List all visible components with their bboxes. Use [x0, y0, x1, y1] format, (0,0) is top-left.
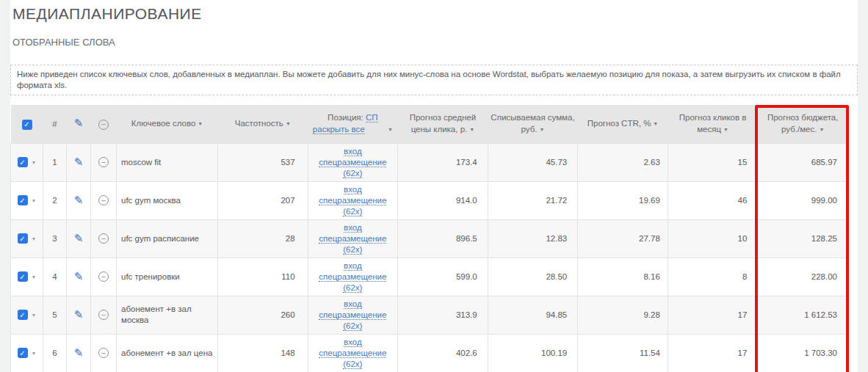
avg-click-price-value: 599.0 — [398, 258, 488, 296]
row-options-caret-icon[interactable]: ▼ — [32, 198, 37, 203]
row-checkbox[interactable]: ✓ — [18, 348, 28, 358]
charged-sum-value: 94.85 — [488, 296, 578, 334]
table-row: ✓▼ 3 ✎ − ufc gym расписание 28 вход спец… — [11, 219, 848, 258]
position-link[interactable]: вход спецразмещение (62x) — [319, 185, 386, 216]
keyword-text: абонемент +в зал цена — [121, 348, 213, 359]
position-sp-link[interactable]: СП — [366, 113, 378, 123]
position-label: Позиция: — [328, 113, 364, 122]
edit-icon[interactable]: ✎ — [74, 309, 84, 320]
sort-charged-sum-icon[interactable]: ▼ — [539, 127, 544, 132]
frequency-value: 207 — [218, 181, 308, 219]
select-all-checkbox[interactable]: ✓ — [22, 120, 32, 130]
table-header-row: ✓ # ✎ − Ключевое слово▼ Частотность▼ — [11, 105, 848, 143]
remove-icon[interactable]: − — [98, 271, 109, 282]
position-caret-icon[interactable]: ▼ — [388, 127, 393, 132]
frequency-value: 148 — [218, 334, 308, 372]
row-checkbox[interactable]: ✓ — [18, 271, 28, 282]
remove-all-icon[interactable]: − — [98, 120, 109, 130]
edit-all-icon[interactable]: ✎ — [74, 117, 84, 128]
budget-value: 228.00 — [758, 258, 848, 296]
info-box: Ниже приведен список ключевых слов, доба… — [10, 65, 858, 95]
table-row: ✓▼ 1 ✎ − moscow fit 537 вход спецразмеще… — [11, 143, 848, 181]
column-header-keyword[interactable]: Ключевое слово▼ — [117, 105, 218, 143]
sort-keyword-icon[interactable]: ▼ — [198, 121, 203, 126]
sort-ctr-icon[interactable]: ▼ — [653, 121, 658, 126]
clicks-per-month-value: 46 — [668, 181, 758, 219]
remove-icon[interactable]: − — [98, 233, 109, 244]
ctr-value: 2.63 — [578, 143, 668, 181]
edit-icon[interactable]: ✎ — [74, 156, 84, 167]
charged-sum-value: 21.72 — [488, 181, 578, 219]
column-header-frequency[interactable]: Частотность▼ — [218, 105, 308, 143]
page-title: МЕДИАПЛАНИРОВАНИЕ — [10, 0, 858, 25]
column-header-charged-sum[interactable]: Списываемая сумма, руб.▼ — [488, 105, 578, 143]
table-row: ✓▼ 6 ✎ − абонемент +в зал цена 148 вход … — [11, 334, 848, 372]
ctr-value: 27.78 — [578, 219, 668, 258]
table-row: ✓▼ 4 ✎ − ufc тренировки 110 вход спецраз… — [11, 258, 848, 296]
ctr-value: 8.16 — [578, 258, 668, 296]
frequency-value: 28 — [218, 219, 308, 258]
info-text: Ниже приведен список ключевых слов, доба… — [17, 70, 841, 90]
avg-click-price-value: 173.4 — [398, 143, 488, 181]
budget-value: 685.97 — [758, 143, 848, 181]
keyword-text: ufc gym расписание — [121, 233, 213, 244]
row-number: 4 — [43, 258, 67, 296]
position-link[interactable]: вход спецразмещение (62x) — [319, 147, 386, 178]
row-checkbox[interactable]: ✓ — [18, 310, 28, 320]
table-row: ✓▼ 5 ✎ − абонемент +в зал москва 260 вхо… — [11, 296, 848, 334]
avg-click-price-value: 896.5 — [398, 219, 488, 258]
keyword-text: moscow fit — [121, 157, 213, 168]
charged-sum-value: 12.83 — [488, 219, 578, 258]
row-options-caret-icon[interactable]: ▼ — [32, 351, 37, 356]
sort-budget-icon[interactable]: ▼ — [819, 127, 824, 132]
section-title: ОТОБРАННЫЕ СЛОВА — [10, 25, 858, 49]
charged-sum-value: 100.19 — [488, 334, 578, 372]
sort-clicks-icon[interactable]: ▼ — [723, 127, 728, 132]
row-checkbox[interactable]: ✓ — [18, 233, 28, 244]
row-number: 2 — [43, 181, 67, 219]
avg-click-price-value: 313.9 — [398, 296, 488, 334]
clicks-per-month-value: 10 — [668, 219, 758, 258]
row-options-caret-icon[interactable]: ▼ — [32, 236, 37, 241]
edit-icon[interactable]: ✎ — [74, 347, 84, 358]
position-link[interactable]: вход спецразмещение (62x) — [319, 338, 386, 369]
position-link[interactable]: вход спецразмещение (62x) — [319, 223, 386, 255]
row-checkbox[interactable]: ✓ — [18, 195, 28, 205]
column-header-clicks-per-month[interactable]: Прогноз кликов в месяц▼ — [668, 105, 758, 143]
row-options-caret-icon[interactable]: ▼ — [32, 274, 37, 280]
edit-icon[interactable]: ✎ — [74, 194, 84, 205]
keywords-table-wrap: ✓ # ✎ − Ключевое слово▼ Частотность▼ — [10, 105, 858, 372]
column-header-ctr[interactable]: Прогноз CTR, %▼ — [578, 105, 668, 143]
expand-all-link[interactable]: раскрыть все — [313, 125, 365, 134]
media-planning-page: МЕДИАПЛАНИРОВАНИЕ ОТОБРАННЫЕ СЛОВА Ниже … — [10, 0, 858, 372]
row-options-caret-icon[interactable]: ▼ — [32, 313, 37, 318]
edit-icon[interactable]: ✎ — [74, 271, 84, 282]
frequency-value: 260 — [218, 296, 308, 334]
position-link[interactable]: вход спецразмещение (62x) — [319, 299, 386, 331]
edit-icon[interactable]: ✎ — [74, 233, 84, 244]
frequency-value: 110 — [218, 258, 308, 296]
table-row: ✓▼ 2 ✎ − ufc gym москва 207 вход спецраз… — [11, 181, 848, 219]
sort-avg-click-price-icon[interactable]: ▼ — [469, 127, 474, 132]
budget-value: 999.00 — [758, 181, 848, 219]
charged-sum-value: 28.50 — [488, 258, 578, 296]
clicks-per-month-value: 17 — [668, 334, 758, 372]
avg-click-price-value: 402.6 — [398, 334, 488, 372]
keyword-text: ufc тренировки — [121, 271, 213, 282]
remove-icon[interactable]: − — [98, 157, 109, 167]
column-header-position: Позиция: СП раскрыть все ▼ — [308, 105, 398, 143]
row-options-caret-icon[interactable]: ▼ — [32, 160, 37, 165]
remove-icon[interactable]: − — [98, 348, 109, 358]
charged-sum-value: 45.73 — [488, 143, 578, 181]
row-number: 1 — [43, 143, 67, 181]
position-link[interactable]: вход спецразмещение (62x) — [319, 261, 386, 293]
row-number: 3 — [43, 219, 67, 258]
column-header-budget[interactable]: Прогноз бюджета, руб./мес.▼ — [758, 105, 848, 143]
keyword-text: абонемент +в зал москва — [121, 304, 213, 326]
row-number: 6 — [43, 334, 67, 372]
column-header-avg-click-price[interactable]: Прогноз средней цены клика, р.▼ — [398, 105, 488, 143]
remove-icon[interactable]: − — [98, 310, 109, 320]
row-checkbox[interactable]: ✓ — [18, 157, 28, 167]
remove-icon[interactable]: − — [98, 195, 109, 205]
sort-frequency-icon[interactable]: ▼ — [286, 121, 291, 126]
